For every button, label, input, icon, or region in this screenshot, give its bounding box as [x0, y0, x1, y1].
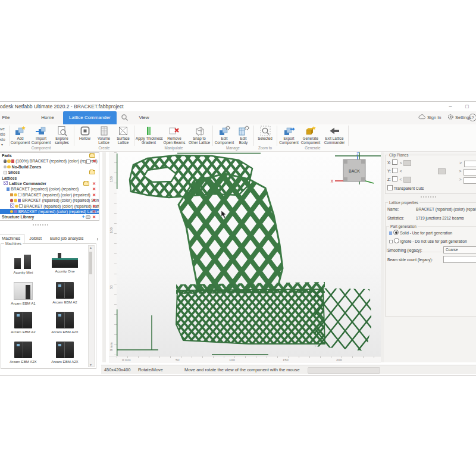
navigation-cube[interactable]: BACK Z X	[331, 152, 374, 183]
machine-item[interactable]: Aconity One	[46, 252, 83, 273]
solid-radio[interactable]	[393, 230, 399, 235]
visibility-icon[interactable]	[7, 159, 11, 163]
machine-item[interactable]: Arcam EBM A2X	[46, 342, 83, 364]
explore-samples-button[interactable]: Explore samples	[52, 126, 72, 145]
visibility-icon[interactable]	[10, 210, 14, 214]
zoom-selected-button[interactable]: Selected	[255, 126, 275, 140]
beam-side-count-input[interactable]	[443, 256, 476, 263]
visibility-icon[interactable]	[14, 199, 17, 202]
ignore-option-row[interactable]: Ignore - Do not use for part generation	[389, 238, 467, 244]
help-button[interactable]: ?	[469, 113, 476, 123]
tab-view[interactable]: View	[132, 111, 156, 124]
visibility-icon[interactable]	[7, 165, 11, 169]
tree-header-parts[interactable]: Parts	[0, 153, 99, 158]
machine-item[interactable]: Arcam EBM A2	[46, 282, 83, 304]
clip-z-decrease-button[interactable]: <	[399, 177, 403, 183]
delete-icon[interactable]: ✕	[92, 181, 96, 186]
generate-component-button[interactable]: Generate Component	[300, 126, 321, 145]
clip-y-value[interactable]: 204	[464, 169, 476, 176]
clip-z-value[interactable]: 0	[464, 177, 476, 184]
clip-z-checkbox[interactable]	[392, 176, 397, 181]
add-component-button[interactable]: Add Component	[10, 126, 30, 145]
clip-x-slider[interactable]	[403, 160, 458, 165]
delete-icon[interactable]: ✕	[92, 203, 96, 209]
detail-icon[interactable]	[86, 159, 90, 164]
clip-y-checkbox[interactable]	[392, 168, 397, 173]
clip-x-increase-button[interactable]: >	[458, 160, 463, 166]
minimize-button[interactable]: –	[445, 103, 456, 110]
clip-y-slider[interactable]	[403, 168, 458, 173]
delete-icon[interactable]: ✕	[92, 209, 96, 214]
clip-x-checkbox[interactable]	[392, 159, 397, 165]
scroll-down-icon[interactable]: ▼	[89, 363, 93, 367]
exit-lattice-commander-button[interactable]: Exit Lattice Commander	[322, 126, 347, 145]
redo-button[interactable]: Redo	[0, 137, 5, 142]
delete-icon[interactable]: ✕	[92, 158, 96, 164]
delete-icon[interactable]: ✕	[92, 214, 96, 220]
volume-lattice-button[interactable]: Volume Lattice	[95, 126, 113, 145]
smoothing-dropdown[interactable]: Coarse	[443, 246, 476, 253]
edit-component-button[interactable]: Edit Component	[214, 126, 234, 145]
tree-item[interactable]: BRACKET (repaired) (color) (repaired) Sk…	[0, 198, 99, 203]
panel-splitter-handle[interactable]	[33, 224, 48, 226]
clip-z-slider[interactable]	[403, 177, 458, 181]
apply-thickness-gradient-button[interactable]: Apply Thickness Gradient	[136, 126, 162, 145]
clip-x-value[interactable]: 0	[464, 161, 476, 167]
add-structure-icon[interactable]: ＋	[81, 214, 86, 219]
machine-item[interactable]: Aconity Mini	[5, 252, 42, 274]
export-component-button[interactable]: Export Component	[278, 126, 299, 145]
cloud-icon	[418, 114, 426, 120]
clip-y-increase-button[interactable]: >	[458, 168, 463, 174]
visibility-icon[interactable]	[14, 193, 17, 197]
sign-in-button[interactable]: Sign In	[418, 113, 441, 123]
qat-dropdown-icon[interactable]: ▼	[0, 142, 5, 148]
scroll-up-icon[interactable]: ▲	[89, 246, 93, 249]
machines-scrollbar[interactable]: ▲ ▼	[88, 245, 95, 367]
left-splitter[interactable]	[102, 152, 106, 362]
edit-body-button[interactable]: Edit Body	[235, 126, 252, 145]
tree-header-no-build-zones[interactable]: No-Build Zones	[0, 164, 99, 170]
clip-x-decrease-button[interactable]: <	[399, 160, 403, 166]
tab-lattice-commander[interactable]: Lattice Commander	[63, 111, 117, 124]
hollow-button[interactable]: Hollow	[76, 126, 94, 140]
machine-item[interactable]: Arcam EBM A2X	[46, 312, 83, 334]
visibility-icon[interactable]	[15, 205, 18, 208]
delete-icon[interactable]: ✕	[92, 198, 96, 203]
tree-item[interactable]: (100%) BRACKET (repaired) (color) (repai…	[0, 158, 99, 164]
tree-item[interactable]: BRACKET (repaired) (color) (repaired) ✕	[0, 192, 99, 198]
import-component-button[interactable]: Import Component	[31, 126, 51, 145]
machine-item[interactable]: Arcam EBM A1	[5, 282, 42, 305]
search-icon[interactable]	[118, 111, 130, 124]
solid-option-row[interactable]: Solid - Use for part generation	[389, 230, 452, 236]
tree-header-structure-library[interactable]: Structure Library ＋ ✕	[0, 214, 99, 220]
snap-to-other-lattice-button[interactable]: Snap to Other Lattice	[187, 126, 212, 145]
remove-open-beams-button[interactable]: Remove Open Beams	[162, 126, 186, 145]
tab-home[interactable]: Home	[33, 111, 62, 124]
tree-item-lattice-commander[interactable]: Lattice Commander ✕	[0, 181, 99, 186]
machine-item[interactable]: Arcam EBM A2X	[5, 342, 42, 364]
tab-joblist[interactable]: Joblist	[26, 234, 45, 243]
right-panel-splitter-handle[interactable]	[421, 196, 436, 198]
tree-item[interactable]: BRACKET (repaired) (color) (repaired) ✕	[0, 186, 99, 192]
tree-item[interactable]: BRACKET (repaired) (color) (repaired) La…	[0, 203, 99, 209]
3d-canvas[interactable]: BACK Z X	[117, 152, 381, 356]
library-icon[interactable]	[86, 215, 90, 219]
maximize-button[interactable]: □	[462, 103, 472, 110]
clip-z-increase-button[interactable]: >	[458, 177, 463, 183]
delete-icon[interactable]: ✕	[92, 192, 96, 198]
transparent-cuts-checkbox[interactable]	[387, 185, 393, 190]
delete-icon[interactable]: ✕	[92, 186, 96, 192]
surface-lattice-button[interactable]: Surface Lattice	[114, 126, 133, 145]
tree-header-slices[interactable]: Slices	[0, 170, 99, 175]
tab-file[interactable]: File	[0, 111, 15, 124]
ignore-radio[interactable]	[394, 238, 399, 243]
transparent-cuts-row[interactable]: Transparent Cuts	[387, 185, 424, 191]
tab-build-job-analysis[interactable]: Build job analysis	[46, 234, 87, 243]
save-button[interactable]: Save	[0, 126, 5, 131]
undo-button[interactable]: Undo	[0, 131, 5, 137]
viewport[interactable]: 150 100 50 0 mm 0 mm 50 100 150 200	[109, 152, 381, 362]
settings-button[interactable]: Settings	[447, 113, 471, 123]
machine-item[interactable]: Arcam EBM A2	[5, 312, 42, 334]
clip-y-decrease-button[interactable]: <	[399, 168, 403, 174]
scrollbar-thumb[interactable]	[89, 252, 92, 274]
